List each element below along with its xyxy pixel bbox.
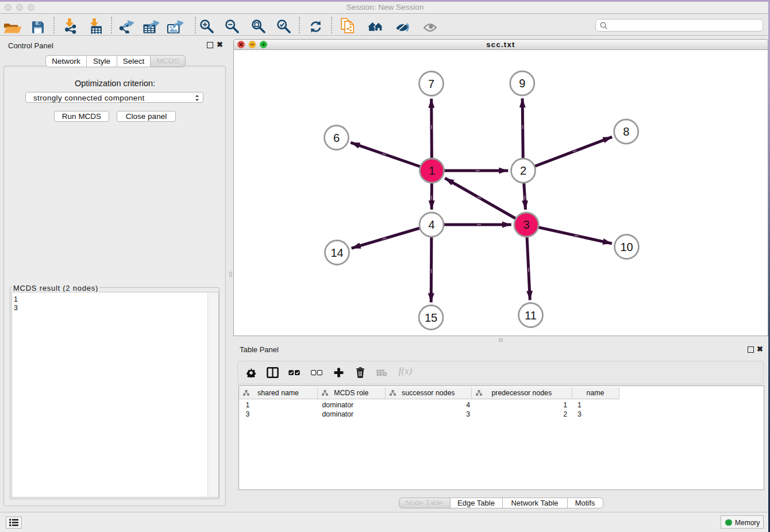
svg-text:1: 1 (428, 164, 434, 177)
svg-text:11: 11 (525, 309, 537, 321)
svg-text:4: 4 (428, 218, 434, 231)
svg-text:7: 7 (428, 77, 434, 90)
svg-text:2: 2 (519, 164, 526, 177)
svg-text:15: 15 (424, 311, 437, 323)
svg-text:10: 10 (620, 240, 633, 253)
svg-text:14: 14 (330, 246, 343, 259)
svg-text:9: 9 (519, 77, 525, 90)
svg-text:8: 8 (623, 125, 629, 138)
svg-text:6: 6 (333, 131, 339, 144)
svg-text:3: 3 (523, 218, 529, 231)
